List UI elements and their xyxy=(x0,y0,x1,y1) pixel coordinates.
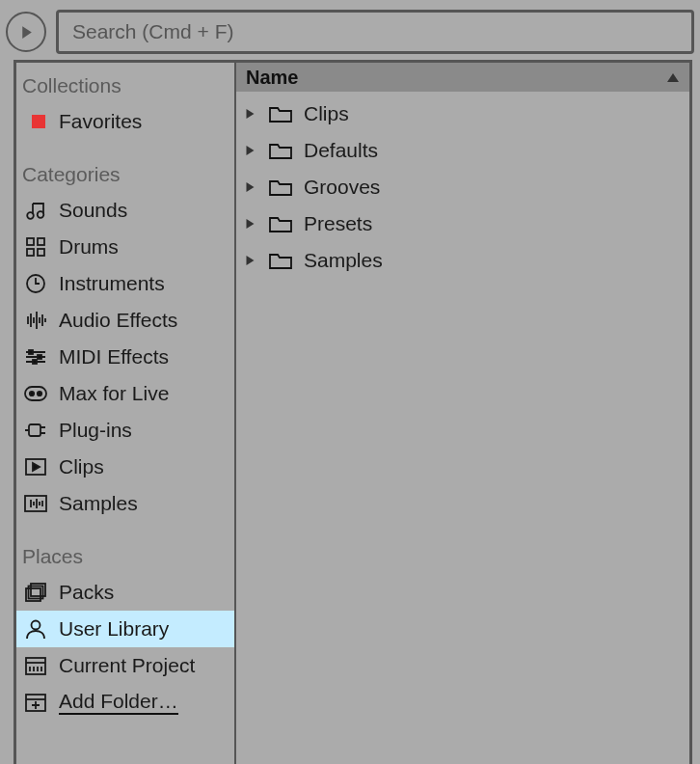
browser-content: Name ClipsDefaultsGroovesPresetsSamples xyxy=(236,63,689,764)
collections-header: Collections xyxy=(16,68,234,103)
disclosure-triangle-icon[interactable] xyxy=(242,181,257,193)
waveform-icon xyxy=(22,308,49,333)
samples-wave-icon xyxy=(22,491,49,516)
disclosure-triangle-icon[interactable] xyxy=(242,108,257,120)
browser-toggle-button[interactable] xyxy=(6,12,46,52)
browser-row-label: Defaults xyxy=(304,139,378,162)
sidebar-item-current-project[interactable]: Current Project xyxy=(16,647,234,684)
browser-row-label: Presets xyxy=(304,212,372,235)
sidebar-item-max-for-live[interactable]: Max for Live xyxy=(16,375,234,412)
sidebar-item-midi-effects[interactable]: MIDI Effects xyxy=(16,339,234,375)
browser-sidebar: Collections Favorites Categories SoundsD… xyxy=(16,63,236,764)
packs-icon xyxy=(22,580,49,605)
search-placeholder: Search (Cmd + F) xyxy=(72,20,233,43)
sidebar-item-user-library[interactable]: User Library xyxy=(16,611,234,647)
sidebar-item-clips[interactable]: Clips xyxy=(16,449,234,485)
column-header-name[interactable]: Name xyxy=(236,63,689,92)
search-input[interactable]: Search (Cmd + F) xyxy=(56,10,694,54)
folder-icon xyxy=(267,139,294,162)
browser-row-label: Samples xyxy=(304,249,383,272)
sidebar-item-label: Audio Effects xyxy=(59,309,177,332)
sidebar-item-instruments[interactable]: Instruments xyxy=(16,265,234,302)
browser-row-defaults[interactable]: Defaults xyxy=(236,132,689,169)
sidebar-item-label: Plug-ins xyxy=(59,419,132,442)
places-header: Places xyxy=(16,539,234,574)
svg-point-1 xyxy=(38,211,44,218)
svg-rect-5 xyxy=(38,249,44,256)
sidebar-item-label: Max for Live xyxy=(59,382,169,405)
grid-icon xyxy=(22,234,49,259)
svg-rect-20 xyxy=(26,658,45,674)
browser-row-label: Grooves xyxy=(304,176,380,199)
svg-rect-2 xyxy=(27,238,34,245)
browser-row-samples[interactable]: Samples xyxy=(236,242,689,279)
browser-row-grooves[interactable]: Grooves xyxy=(236,169,689,205)
sidebar-item-label: User Library xyxy=(59,617,169,641)
play-clip-icon xyxy=(22,454,49,479)
sidebar-item-label: Sounds xyxy=(59,199,127,222)
sidebar-item-label: Samples xyxy=(59,492,138,515)
sidebar-item-label: Add Folder… xyxy=(59,690,178,715)
column-header-label: Name xyxy=(246,67,298,89)
svg-rect-8 xyxy=(38,355,41,359)
sort-asc-icon xyxy=(666,71,680,83)
folder-icon xyxy=(267,212,294,235)
favorites-color-swatch xyxy=(22,109,49,134)
disclosure-triangle-icon[interactable] xyxy=(242,145,257,156)
sidebar-item-label: Packs xyxy=(59,581,114,604)
disclosure-triangle-icon[interactable] xyxy=(242,255,257,266)
folder-icon xyxy=(267,249,294,272)
sidebar-item-plug-ins[interactable]: Plug-ins xyxy=(16,412,234,449)
sidebar-item-sounds[interactable]: Sounds xyxy=(16,192,234,229)
add-folder-icon xyxy=(22,690,49,715)
sidebar-item-drums[interactable]: Drums xyxy=(16,229,234,265)
disclosure-triangle-icon[interactable] xyxy=(242,218,257,230)
svg-rect-3 xyxy=(38,238,44,245)
browser-row-clips[interactable]: Clips xyxy=(236,96,689,132)
svg-rect-10 xyxy=(25,387,46,400)
sidebar-item-audio-effects[interactable]: Audio Effects xyxy=(16,302,234,339)
sidebar-item-label: Instruments xyxy=(59,272,165,295)
browser-row-label: Clips xyxy=(304,102,349,125)
svg-rect-7 xyxy=(29,350,33,354)
sidebar-item-add-folder[interactable]: Add Folder… xyxy=(16,684,234,721)
user-icon xyxy=(22,616,49,641)
favorites-label: Favorites xyxy=(59,110,142,133)
triangle-right-icon xyxy=(18,24,35,41)
sidebar-item-label: MIDI Effects xyxy=(59,345,169,368)
svg-point-12 xyxy=(38,392,41,396)
sidebar-item-favorites[interactable]: Favorites xyxy=(16,103,234,140)
svg-rect-9 xyxy=(33,360,37,364)
sidebar-item-packs[interactable]: Packs xyxy=(16,574,234,611)
sidebar-item-label: Clips xyxy=(59,455,104,478)
svg-point-11 xyxy=(30,392,34,396)
sidebar-item-samples[interactable]: Samples xyxy=(16,485,234,522)
folder-icon xyxy=(267,102,294,125)
music-note-icon xyxy=(22,198,49,223)
browser-row-presets[interactable]: Presets xyxy=(236,205,689,242)
folder-icon xyxy=(267,176,294,199)
svg-point-19 xyxy=(32,621,40,630)
clock-icon xyxy=(22,271,49,296)
max-icon xyxy=(22,381,49,406)
svg-rect-13 xyxy=(29,424,40,436)
sidebar-item-label: Current Project xyxy=(59,654,195,677)
categories-header: Categories xyxy=(16,157,234,192)
project-icon xyxy=(22,653,49,678)
svg-rect-4 xyxy=(27,249,34,256)
sliders-icon xyxy=(22,344,49,369)
sidebar-item-label: Drums xyxy=(59,235,119,259)
plug-icon xyxy=(22,418,49,443)
